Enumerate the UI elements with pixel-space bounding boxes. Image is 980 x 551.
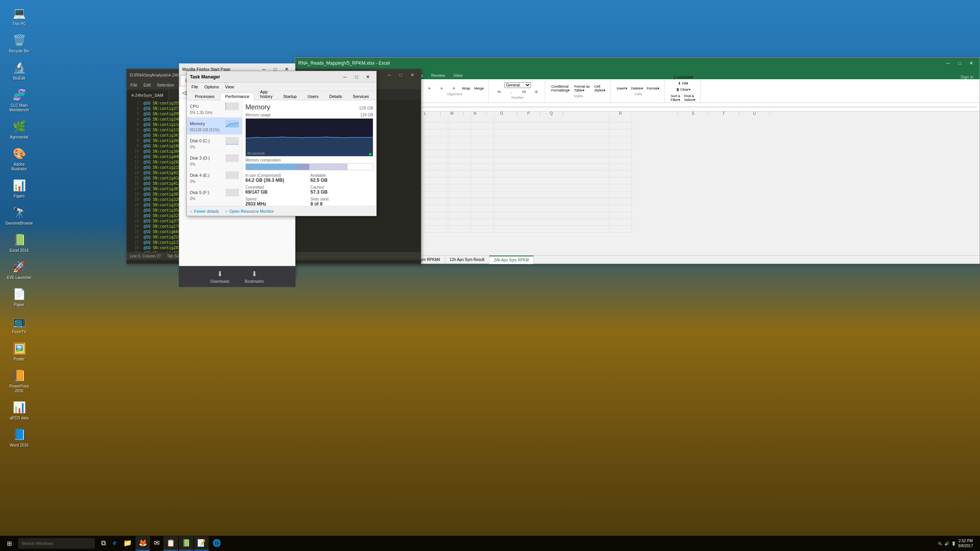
tm-tab-details[interactable]: Details (324, 93, 347, 100)
excel-cell-empty[interactable] (471, 143, 494, 150)
excel-cell-empty[interactable] (425, 164, 448, 171)
excel-cell-empty[interactable] (448, 212, 471, 219)
align-right-button[interactable]: ≡ (448, 86, 459, 91)
excel-cell-empty[interactable] (425, 178, 448, 184)
excel-cell-empty[interactable] (609, 122, 632, 129)
excel-cell-empty[interactable] (471, 219, 494, 226)
excel-cell-empty[interactable] (609, 171, 632, 178)
taskbar-explorer[interactable]: 📁 (120, 536, 135, 551)
excel-cell-empty[interactable] (494, 212, 609, 219)
excel-cell-empty[interactable] (425, 143, 448, 150)
excel-cell-empty[interactable] (471, 116, 494, 122)
excel-cell-empty[interactable] (425, 136, 448, 143)
excel-cell-empty[interactable] (609, 116, 632, 122)
desktop-icon-this-pc[interactable]: 💻 This PC (4, 4, 34, 28)
excel-cell-empty[interactable] (609, 184, 632, 191)
firefox-back-button[interactable]: ◁ (182, 90, 186, 96)
excel-cell-empty[interactable] (448, 116, 471, 122)
sublime-menu-selection[interactable]: Selection (155, 82, 176, 88)
tm-sidebar-disk5[interactable]: Disk 5 (F:) 0% (187, 186, 242, 204)
desktop-icon-recycle-bin[interactable]: 🗑️ Recycle Bin (4, 31, 34, 55)
desktop-icon-excel[interactable]: 📗 Excel 2016 (4, 230, 34, 254)
tm-sidebar-disk0[interactable]: Disk 0 (C:) 0% (187, 135, 242, 152)
excel-cell-empty[interactable] (494, 191, 609, 198)
open-resource-monitor-button[interactable]: ○ Open Resource Monitor (225, 209, 274, 214)
desktop-icon-bioedit[interactable]: 🔬 BioEdit (4, 58, 34, 82)
excel-cell-empty[interactable] (471, 164, 494, 171)
tm-menu-view[interactable]: View (222, 84, 237, 90)
excel-col-m[interactable]: M (441, 111, 464, 116)
excel-cell-empty[interactable] (425, 116, 448, 122)
desktop-icon-paper[interactable]: 📄 Paper (4, 285, 34, 309)
tm-sidebar-cpu[interactable]: CPU 0% 1.35 GHz (187, 100, 242, 117)
excel-cell-empty[interactable] (494, 116, 609, 122)
excel-col-t[interactable]: T (709, 111, 739, 116)
fewer-details-button[interactable]: ○ Fewer details (190, 209, 219, 214)
excel-cell-empty[interactable] (494, 205, 609, 212)
excel-cell-empty[interactable] (494, 178, 609, 184)
excel-cell-empty[interactable] (494, 122, 609, 129)
desktop-icon-figaro[interactable]: 📊 Figaro (4, 176, 34, 200)
excel-cell-empty[interactable] (471, 226, 494, 233)
excel-cell-empty[interactable] (448, 205, 471, 212)
excel-minimize-button[interactable]: ─ (943, 59, 954, 67)
excel-cell-empty[interactable] (471, 178, 494, 184)
excel-cell-empty[interactable] (609, 178, 632, 184)
taskbar-firefox[interactable]: 🦊 (136, 536, 150, 551)
excel-cell-empty[interactable] (425, 171, 448, 178)
desktop-icon-illustrator[interactable]: 🎨 Adobe Illustrator (4, 144, 34, 173)
start-button[interactable]: ⊞ (0, 536, 18, 551)
tray-volume-icon[interactable]: 🔊 (944, 541, 949, 546)
sublime-menu-edit[interactable]: Edit (141, 82, 153, 88)
increase-decimal-button[interactable]: +0 (518, 89, 529, 95)
desktop-icon-word[interactable]: 📘 Word 2016 (4, 425, 34, 449)
excel-cell-empty[interactable] (425, 205, 448, 212)
firefox-bookmarks-item[interactable]: ⬇ Bookmarks (245, 270, 264, 284)
excel-cell-empty[interactable] (471, 150, 494, 157)
tm-menu-file[interactable]: File (188, 84, 201, 90)
excel-cell-empty[interactable] (425, 219, 448, 226)
tm-tab-performance[interactable]: Performance (220, 93, 254, 100)
tm-sidebar-disk3[interactable]: Disk 3 (D:) 0% (187, 152, 242, 169)
excel-cell-empty[interactable] (448, 191, 471, 198)
tray-network-icon[interactable]: 🔌 (938, 541, 942, 546)
firefox-downloads-item[interactable]: ⬇ Downloads (211, 270, 229, 284)
task-manager-close-button[interactable]: ✕ (363, 73, 373, 81)
excel-cell-empty[interactable] (494, 226, 609, 233)
clear-button[interactable]: 🗑 Clear▾ (672, 87, 694, 92)
excel-cell-empty[interactable] (609, 157, 632, 164)
excel-cell-empty[interactable] (448, 198, 471, 205)
excel-sign-in[interactable]: Sign in (957, 75, 977, 79)
tm-menu-options[interactable]: Options (201, 84, 222, 90)
taskbar-task-manager[interactable]: 📋 (163, 536, 178, 551)
percent-button[interactable]: % (493, 89, 505, 95)
excel-cell-empty[interactable] (448, 143, 471, 150)
tm-sidebar-disk4[interactable]: Disk 4 (E:) 0% (187, 169, 242, 186)
taskbar-task-view[interactable]: ⧉ (98, 536, 109, 551)
excel-cell-empty[interactable] (471, 129, 494, 136)
excel-cell-empty[interactable] (425, 226, 448, 233)
excel-cell-empty[interactable] (448, 226, 471, 233)
excel-cell-empty[interactable] (494, 198, 609, 205)
excel-cell-empty[interactable] (609, 129, 632, 136)
desktop-icon-clc[interactable]: 🧬 CLC Main Workbench (4, 85, 34, 114)
excel-cell-empty[interactable] (609, 136, 632, 143)
excel-cell-empty[interactable] (609, 150, 632, 157)
excel-cell-empty[interactable] (448, 184, 471, 191)
excel-cell-empty[interactable] (494, 143, 609, 150)
desktop-icon-eve[interactable]: 🚀 EVE Launcher (4, 258, 34, 282)
excel-cell-empty[interactable] (471, 205, 494, 212)
excel-col-o[interactable]: O (487, 111, 517, 116)
tm-tab-processes[interactable]: Processes (190, 93, 219, 100)
excel-cell-empty[interactable] (448, 129, 471, 136)
format-cells-button[interactable]: Format▾ (645, 86, 662, 91)
excel-cell-empty[interactable] (609, 191, 632, 198)
excel-cell-empty[interactable] (448, 122, 471, 129)
sublime-close-button[interactable]: ✕ (407, 71, 418, 79)
merge-button[interactable]: Merge (472, 86, 485, 91)
excel-tab-review[interactable]: Review (427, 72, 449, 79)
excel-col-p[interactable]: P (517, 111, 540, 116)
tm-tab-startup[interactable]: Startup (278, 93, 302, 100)
desktop-icon-poster[interactable]: 🖼️ Poster (4, 339, 34, 363)
excel-col-n[interactable]: N (464, 111, 487, 116)
